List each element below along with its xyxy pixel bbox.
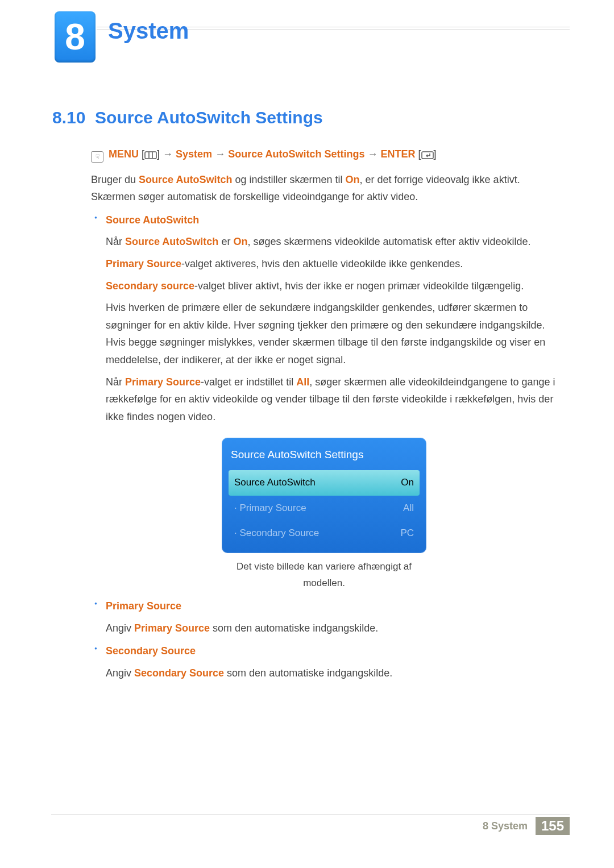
nav-page: Source AutoSwitch Settings — [228, 148, 367, 160]
footer-bar: 8 System 155 — [483, 817, 570, 835]
section-heading: 8.10 Source AutoSwitch Settings — [52, 108, 323, 127]
nav-arrow-2: → — [215, 148, 225, 160]
osd-row-value: On — [401, 475, 414, 491]
nav-menu: MENU — [109, 148, 139, 160]
nav-path: ☟ MENU [] → System → Source AutoSwitch S… — [91, 146, 557, 163]
osd-row-secondary-source: Secondary Source PC — [229, 521, 420, 546]
menu-button-icon — [144, 151, 157, 159]
bullet-heading-ps: Primary Source — [106, 600, 181, 612]
bullet-primary-source: Primary Source — [91, 597, 557, 615]
osd-figure: Source AutoSwitch Settings Source AutoSw… — [222, 438, 426, 592]
osd-box: Source AutoSwitch Settings Source AutoSw… — [222, 438, 426, 553]
remote-icon: ☟ — [91, 151, 103, 163]
osd-title: Source AutoSwitch Settings — [229, 442, 420, 470]
chapter-number: 8 — [65, 16, 85, 58]
content-block: ☟ MENU [] → System → Source AutoSwitch S… — [91, 141, 557, 682]
osd-caption: Det viste billede kan variere afhængigt … — [222, 559, 426, 592]
footer-page-number: 155 — [536, 817, 570, 835]
chapter-number-tab: 8 — [55, 11, 96, 63]
osd-row-value: All — [403, 500, 414, 517]
footer-rule — [51, 814, 570, 815]
section-title: Source AutoSwitch Settings — [95, 108, 323, 127]
nav-bracket-close: ] — [157, 148, 163, 160]
nav-arrow-1: → — [163, 148, 173, 160]
sa-p3: Secondary source-valget bliver aktivt, h… — [91, 277, 557, 295]
sa-p1: Når Source AutoSwitch er On, søges skærm… — [91, 233, 557, 251]
sa-p5: Når Primary Source-valget er indstillet … — [91, 373, 557, 426]
section-number: 8.10 — [52, 108, 85, 127]
chapter-title: System — [108, 18, 189, 44]
ps-paragraph: Angiv Primary Source som den automatiske… — [91, 620, 557, 637]
bullet-source-autoswitch: Source AutoSwitch — [91, 211, 557, 229]
osd-row-value: PC — [400, 525, 414, 542]
osd-row-primary-source: Primary Source All — [229, 496, 420, 521]
osd-row-label: Secondary Source — [234, 525, 319, 542]
ss-paragraph: Angiv Secondary Source som den automatis… — [91, 665, 557, 682]
bullet-heading-sa: Source AutoSwitch — [106, 214, 199, 226]
nav-enter: ENTER — [381, 148, 418, 160]
sa-p4: Hvis hverken de primære eller de sekundæ… — [91, 299, 557, 368]
bullet-heading-ss: Secondary Source — [106, 645, 196, 657]
nav-bracket-close-2: ] — [434, 148, 437, 160]
enter-button-icon — [421, 151, 434, 159]
bullet-secondary-source: Secondary Source — [91, 642, 557, 660]
nav-system: System — [176, 148, 215, 160]
svg-rect-0 — [145, 152, 156, 159]
sa-p2: Primary Source-valget aktiveres, hvis de… — [91, 255, 557, 273]
osd-row-label: Source AutoSwitch — [234, 475, 316, 491]
intro-paragraph: Bruger du Source AutoSwitch og indstille… — [91, 171, 557, 206]
nav-arrow-3: → — [368, 148, 378, 160]
osd-row-label: Primary Source — [234, 500, 306, 517]
osd-row-source-autoswitch: Source AutoSwitch On — [229, 470, 420, 496]
footer-label: 8 System — [483, 820, 528, 832]
